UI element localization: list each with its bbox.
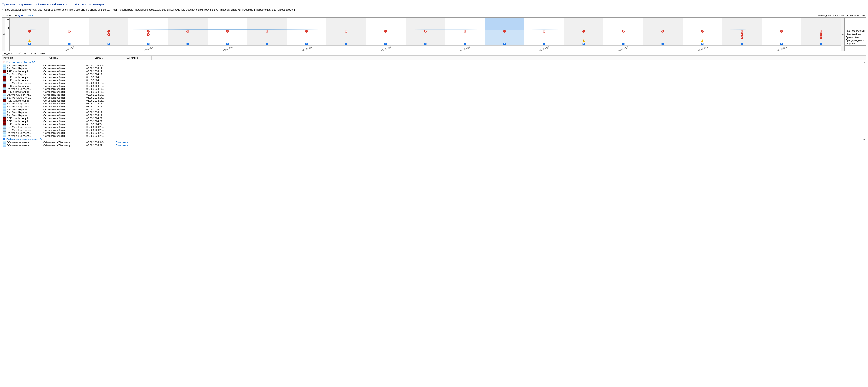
event-row[interactable]: StartMenuExperienc...Остановка работы05.… — [2, 129, 866, 131]
chart-day-cell[interactable] — [49, 36, 89, 39]
chart-day-cell[interactable] — [405, 39, 445, 42]
chart-day-cell[interactable]: ✕ — [801, 30, 841, 33]
event-row[interactable]: StartMenuExperienc...Остановка работы05.… — [2, 93, 866, 96]
group-critical-events[interactable]: ✕ Критические события (25) ▲ — [2, 60, 866, 64]
chart-day-cell[interactable]: ✕ — [89, 30, 128, 33]
chart-day-cell[interactable]: ✕ — [128, 33, 168, 36]
chart-day-cell[interactable] — [564, 33, 603, 36]
event-action-link[interactable]: Показать т... — [116, 144, 130, 147]
chart-day-cell[interactable]: ✕ — [128, 30, 168, 33]
chart-day-cell[interactable] — [327, 17, 366, 30]
chart-day-cell[interactable] — [643, 17, 683, 30]
event-row[interactable]: Обновление механ...Обновление Windows ус… — [2, 144, 866, 147]
chart-day-cell[interactable]: i — [168, 42, 208, 45]
chart-day-cell[interactable]: ✕ — [485, 30, 524, 33]
chart-day-cell[interactable] — [485, 17, 524, 30]
chart-day-cell[interactable]: i — [603, 42, 643, 45]
chart-day-cell[interactable] — [327, 39, 366, 42]
chart-day-cell[interactable] — [722, 39, 762, 42]
chart-day-cell[interactable] — [208, 17, 247, 30]
chart-grid[interactable]: ✕✕✕✕✕✕✕✕✕✕✕✕✕✕✕✕✕✕✕✕✕✕✕✕✕✕✕iiiiiiiiiiiii… — [10, 17, 841, 50]
chart-day-cell[interactable]: ✕ — [49, 30, 89, 33]
event-row[interactable]: StartMenuExperienc...Остановка работы05.… — [2, 73, 866, 76]
event-row[interactable]: StartMenuExperienc...Остановка работы05.… — [2, 102, 866, 105]
chart-day-cell[interactable] — [287, 33, 327, 36]
chart-day-cell[interactable] — [485, 33, 524, 36]
chart-day-cell[interactable] — [247, 17, 287, 30]
chart-day-cell[interactable] — [564, 39, 603, 42]
chart-day-cell[interactable]: ✕ — [89, 33, 128, 36]
collapse-icon[interactable]: ▲ — [863, 61, 865, 63]
chart-day-cell[interactable]: ✕ — [603, 30, 643, 33]
chart-day-cell[interactable] — [603, 17, 643, 30]
chart-day-cell[interactable] — [89, 17, 128, 30]
chart-day-cell[interactable] — [485, 39, 524, 42]
chart-day-cell[interactable]: i — [128, 42, 168, 45]
chart-day-cell[interactable] — [366, 39, 405, 42]
chart-day-cell[interactable]: ✕ — [524, 30, 564, 33]
chart-day-cell[interactable] — [128, 17, 168, 30]
chart-day-cell[interactable]: i — [524, 42, 564, 45]
chart-day-cell[interactable]: i — [722, 42, 762, 45]
event-row[interactable]: StartMenuExperienc...Остановка работы05.… — [2, 111, 866, 114]
chart-day-cell[interactable] — [762, 39, 801, 42]
group-critical-title[interactable]: Критические события (25) — [6, 61, 36, 63]
chart-day-cell[interactable]: ✕ — [683, 30, 722, 33]
chart-day-cell[interactable] — [366, 17, 405, 30]
chart-day-cell[interactable]: i — [405, 42, 445, 45]
event-row[interactable]: REDlauncher Applic...Остановка работы05.… — [2, 117, 866, 119]
view-by-days-link[interactable]: Дни — [18, 14, 23, 17]
chart-day-cell[interactable] — [683, 39, 722, 42]
chart-day-cell[interactable] — [762, 33, 801, 36]
chart-day-cell[interactable] — [524, 33, 564, 36]
chart-day-cell[interactable] — [10, 17, 49, 30]
chart-day-cell[interactable] — [564, 36, 603, 39]
col-summary[interactable]: Сводка — [48, 56, 94, 60]
chart-day-cell[interactable]: ✕ — [405, 30, 445, 33]
chart-day-cell[interactable] — [128, 39, 168, 42]
chart-day-cell[interactable] — [683, 36, 722, 39]
chart-day-cell[interactable]: i — [801, 42, 841, 45]
chart-day-cell[interactable] — [287, 17, 327, 30]
chart-day-cell[interactable] — [247, 36, 287, 39]
chart-day-cell[interactable]: i — [327, 42, 366, 45]
chart-day-cell[interactable]: ✕ — [722, 30, 762, 33]
chart-day-cell[interactable] — [603, 39, 643, 42]
chart-day-cell[interactable]: i — [366, 42, 405, 45]
chart-day-cell[interactable] — [208, 36, 247, 39]
chart-day-cell[interactable] — [564, 17, 603, 30]
event-row[interactable]: REDlauncher Applic...Остановка работы05.… — [2, 90, 866, 93]
chart-day-cell[interactable] — [49, 39, 89, 42]
chart-day-cell[interactable]: ✕ — [564, 30, 603, 33]
chart-scroll-right[interactable]: ▶ — [841, 17, 844, 50]
event-row[interactable]: StartMenuExperienc...Остановка работы05.… — [2, 131, 866, 134]
chart-day-cell[interactable]: i — [10, 42, 49, 45]
chart-day-cell[interactable]: i — [683, 42, 722, 45]
chart-day-cell[interactable] — [762, 36, 801, 39]
event-row[interactable]: REDlauncher Applic...Остановка работы05.… — [2, 99, 866, 102]
chart-day-cell[interactable] — [128, 36, 168, 39]
chart-day-cell[interactable]: ✕ — [287, 30, 327, 33]
chart-day-cell[interactable] — [49, 17, 89, 30]
chart-day-cell[interactable]: ✕ — [722, 36, 762, 39]
chart-day-cell[interactable] — [445, 17, 485, 30]
chart-day-cell[interactable]: ✕ — [366, 30, 405, 33]
chart-day-cell[interactable]: i — [89, 42, 128, 45]
col-source[interactable]: Источник — [2, 56, 48, 60]
chart-day-cell[interactable]: i — [287, 42, 327, 45]
chart-day-cell[interactable] — [208, 33, 247, 36]
event-row[interactable]: StartMenuExperienc...Остановка работы05.… — [2, 81, 866, 84]
chart-day-cell[interactable] — [405, 33, 445, 36]
chart-day-cell[interactable] — [366, 36, 405, 39]
chart-day-cell[interactable] — [89, 39, 128, 42]
event-row[interactable]: Обновление механ...Обновление Windows ус… — [2, 141, 866, 144]
chart-day-cell[interactable] — [643, 33, 683, 36]
event-row[interactable]: StartMenuExperienc...Остановка работы05.… — [2, 87, 866, 90]
chart-day-cell[interactable] — [643, 39, 683, 42]
chart-day-cell[interactable]: i — [445, 42, 485, 45]
chart-day-cell[interactable] — [10, 33, 49, 36]
chart-day-cell[interactable] — [10, 39, 49, 42]
chart-day-cell[interactable] — [524, 39, 564, 42]
event-row[interactable]: REDlauncher Applic...Остановка работы05.… — [2, 76, 866, 78]
chart-day-cell[interactable]: ✕ — [643, 30, 683, 33]
